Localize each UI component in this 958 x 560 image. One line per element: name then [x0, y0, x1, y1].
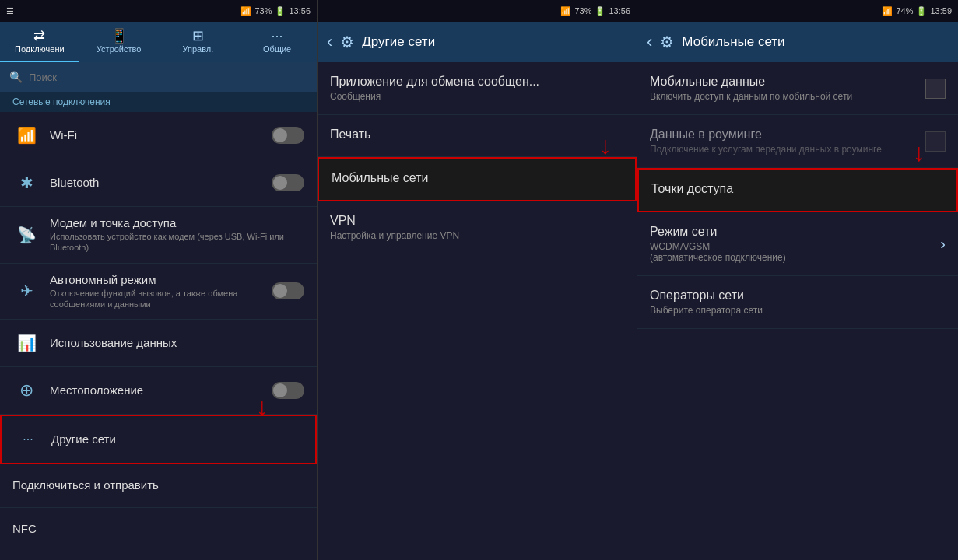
- chevron-right-icon: ›: [940, 235, 946, 253]
- content-item-print[interactable]: Печать: [318, 115, 637, 157]
- airplane-toggle[interactable]: [272, 282, 304, 299]
- menu-item-bluetooth[interactable]: ✱ Bluetooth: [0, 159, 317, 207]
- tab-device[interactable]: 📱 Устройство: [79, 22, 159, 62]
- menu-list: 📶 Wi-Fi ✱ Bluetooth 📡 Модем и точка дост…: [0, 112, 317, 560]
- time-2: 13:56: [609, 6, 630, 16]
- bluetooth-title: Bluetooth: [50, 176, 272, 189]
- content-item-accesspoints[interactable]: Точки доступа ↓: [637, 168, 958, 212]
- content-item-operators[interactable]: Операторы сети Выберите оператора сети: [637, 276, 958, 329]
- airplane-title: Автономный режим: [50, 273, 272, 286]
- battery-text-2: 73%: [574, 6, 591, 16]
- tab-manage[interactable]: ⊞ Управл.: [159, 22, 238, 62]
- panel-mobile-networks: 📶 74% 🔋 13:59 ‹ ⚙ Мобильные сети Мобильн…: [637, 0, 958, 560]
- datausage-icon: 📊: [12, 329, 40, 357]
- back-button-3[interactable]: ‹: [647, 32, 652, 52]
- messaging-sub: Сообщения: [330, 91, 624, 102]
- signal-icon-2: 📶: [560, 6, 571, 16]
- operators-title: Операторы сети: [650, 289, 946, 303]
- tab-connections-icon: ⇄: [33, 29, 45, 43]
- content-item-messaging[interactable]: Приложение для обмена сообщен... Сообщен…: [318, 62, 637, 115]
- modem-title: Модем и точка доступа: [50, 216, 304, 229]
- signal-icon: 📶: [240, 6, 251, 16]
- vpn-sub: Настройка и управление VPN: [330, 230, 624, 241]
- tab-connections-label: Подключени: [15, 44, 65, 54]
- arrow-down-3: ↓: [913, 138, 925, 167]
- back-button-2[interactable]: ‹: [327, 32, 332, 52]
- wifi-icon: 📶: [12, 121, 40, 149]
- content-item-mobiledata[interactable]: Мобильные данные Включить доступ к данны…: [637, 62, 958, 115]
- mobiledata-title: Мобильные данные: [650, 75, 925, 89]
- time-1: 13:56: [289, 6, 311, 16]
- bluetooth-toggle[interactable]: [272, 174, 304, 191]
- tab-manage-label: Управл.: [182, 44, 213, 54]
- content-list-2: Приложение для обмена сообщен... Сообщен…: [318, 62, 637, 560]
- tab-device-icon: 📱: [111, 29, 128, 43]
- tab-general[interactable]: ··· Общие: [237, 22, 317, 62]
- status-bar-1: ☰ 📶 73% 🔋 13:56: [0, 0, 317, 22]
- mobiledata-checkbox[interactable]: [925, 79, 946, 99]
- location-title: Местоположение: [50, 383, 272, 397]
- menu-item-wifi[interactable]: 📶 Wi-Fi: [0, 112, 317, 159]
- networkmode-sub: WCDMA/GSM (автоматическое подключение): [650, 241, 940, 263]
- airplane-icon: ✈: [12, 277, 40, 305]
- airplane-subtitle: Отключение функций вызовов, а также обме…: [50, 288, 272, 310]
- battery-text-1: 73%: [254, 6, 272, 16]
- menu-item-datausage[interactable]: 📊 Использование данных: [0, 320, 317, 367]
- arrow-down-1: ↓: [256, 393, 268, 422]
- signal-icon-3: 📶: [882, 6, 893, 16]
- content-item-roaming[interactable]: Данные в роуминге Подключение к услугам …: [637, 115, 958, 168]
- content-item-networkmode[interactable]: Режим сети WCDMA/GSM (автоматическое под…: [637, 212, 958, 276]
- nav-title-3: Мобильные сети: [682, 34, 784, 50]
- content-item-vpn[interactable]: VPN Настройка и управление VPN: [318, 201, 637, 254]
- status-bar-3: 📶 74% 🔋 13:59: [637, 0, 958, 22]
- time-3: 13:59: [930, 6, 952, 16]
- top-nav-2: ‹ ⚙ Другие сети: [318, 22, 637, 62]
- nav-title-2: Другие сети: [362, 34, 435, 50]
- modem-subtitle: Использовать устройство как модем (через…: [50, 231, 304, 254]
- modem-icon: 📡: [12, 221, 40, 249]
- status-bar-2: 📶 73% 🔋 13:56: [318, 0, 637, 22]
- wifi-toggle[interactable]: [272, 127, 304, 144]
- roaming-sub: Подключение к услугам передани данных в …: [650, 144, 925, 155]
- tab-device-label: Устройство: [97, 44, 142, 54]
- battery-text-3: 74%: [896, 6, 913, 16]
- menu-item-othernets[interactable]: ··· Другие сети ↓: [0, 415, 317, 464]
- menu-item-modem[interactable]: 📡 Модем и точка доступа Использовать уст…: [0, 207, 317, 264]
- accesspoints-title: Точки доступа: [651, 182, 944, 196]
- panel-other-networks: 📶 73% 🔋 13:56 ‹ ⚙ Другие сети Приложение…: [318, 0, 637, 560]
- menu-item-airplane[interactable]: ✈ Автономный режим Отключение функций вы…: [0, 264, 317, 320]
- nfc-title: NFC: [12, 522, 304, 535]
- menu-item-location[interactable]: ⊕ Местоположение: [0, 367, 317, 415]
- print-title: Печать: [330, 128, 624, 142]
- roaming-title: Данные в роуминге: [650, 128, 925, 142]
- tab-bar: ⇄ Подключени 📱 Устройство ⊞ Управл. ··· …: [0, 22, 317, 62]
- bluetooth-icon: ✱: [12, 169, 40, 197]
- othernets-icon: ···: [14, 425, 42, 453]
- networkmode-title: Режим сети: [650, 225, 940, 239]
- messaging-title: Приложение для обмена сообщен...: [330, 75, 624, 89]
- content-item-mobilenets[interactable]: Мобильные сети ↓: [318, 157, 637, 201]
- vpn-title: VPN: [330, 214, 624, 228]
- tab-manage-icon: ⊞: [192, 29, 204, 43]
- datausage-title: Использование данных: [50, 336, 304, 349]
- content-list-3: Мобильные данные Включить доступ к данны…: [637, 62, 958, 560]
- tab-general-label: Общие: [263, 44, 291, 54]
- battery-icon-3: 🔋: [916, 6, 927, 16]
- menu-item-nfc[interactable]: NFC: [0, 508, 317, 551]
- location-toggle[interactable]: [272, 382, 304, 399]
- tab-connections[interactable]: ⇄ Подключени: [0, 22, 79, 62]
- operators-sub: Выберите оператора сети: [650, 305, 946, 316]
- battery-icon-1: 🔋: [275, 6, 286, 16]
- search-bar: 🔍: [0, 62, 317, 92]
- mobiledata-sub: Включить доступ к данным по мобильной се…: [650, 91, 925, 102]
- left-status-icons: ☰: [6, 6, 14, 16]
- panel-connections: ☰ 📶 73% 🔋 13:56 ⇄ Подключени 📱 Устройств…: [0, 0, 318, 560]
- search-input[interactable]: [29, 72, 307, 83]
- roaming-checkbox[interactable]: [925, 131, 946, 152]
- othernets-title: Другие сети: [51, 432, 303, 446]
- top-nav-3: ‹ ⚙ Мобильные сети: [637, 22, 958, 62]
- gear-icon-2: ⚙: [340, 33, 354, 51]
- section-header-network: Сетевые подключения: [0, 92, 317, 112]
- battery-icon-2: 🔋: [595, 6, 605, 16]
- menu-item-connect-send[interactable]: Подключиться и отправить: [0, 464, 317, 508]
